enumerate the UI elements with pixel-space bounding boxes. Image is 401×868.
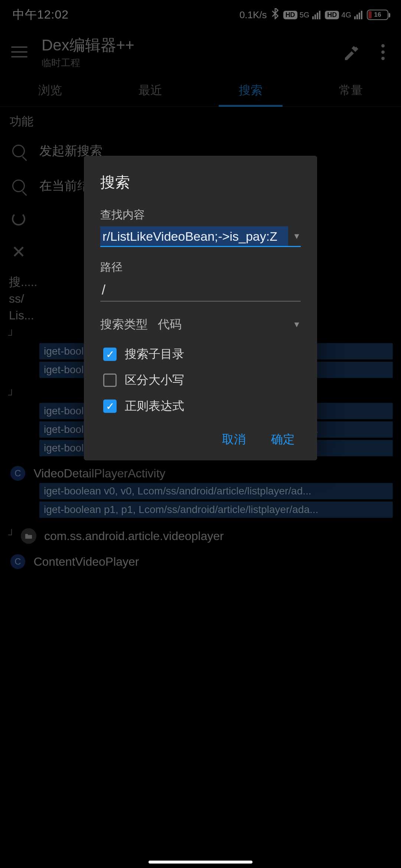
checkbox-label: 搜索子目录	[125, 346, 184, 362]
search-type-row[interactable]: 搜索类型 代码 ▼	[100, 316, 301, 333]
checkbox-icon[interactable]: ✓	[103, 348, 117, 361]
path-value[interactable]: /	[100, 279, 301, 301]
checkbox-case[interactable]: 区分大小写	[103, 372, 301, 388]
path-input[interactable]: /	[100, 279, 301, 302]
type-value: 代码	[158, 318, 182, 331]
find-value[interactable]: r/ListLikeVideoBean;->is_pay:Z	[100, 226, 288, 246]
dropdown-icon[interactable]: ▼	[293, 320, 301, 329]
checkbox-subdirs[interactable]: ✓ 搜索子目录	[103, 346, 301, 362]
type-label: 搜索类型	[100, 318, 148, 331]
checkbox-label: 正则表达式	[125, 398, 184, 414]
checkbox-label: 区分大小写	[125, 372, 184, 388]
cancel-button[interactable]: 取消	[220, 428, 248, 451]
ok-button[interactable]: 确定	[269, 428, 297, 451]
find-label: 查找内容	[100, 207, 301, 223]
checkbox-regex[interactable]: ✓ 正则表达式	[103, 398, 301, 414]
dialog-title: 搜索	[100, 172, 301, 193]
checkbox-icon[interactable]	[103, 374, 117, 387]
checkbox-icon[interactable]: ✓	[103, 400, 117, 413]
home-indicator[interactable]	[149, 861, 252, 864]
search-dialog: 搜索 查找内容 r/ListLikeVideoBean;->is_pay:Z ▼…	[84, 156, 317, 460]
dropdown-icon[interactable]: ▼	[293, 231, 301, 241]
path-label: 路径	[100, 260, 301, 275]
find-input[interactable]: r/ListLikeVideoBean;->is_pay:Z ▼	[100, 226, 301, 247]
